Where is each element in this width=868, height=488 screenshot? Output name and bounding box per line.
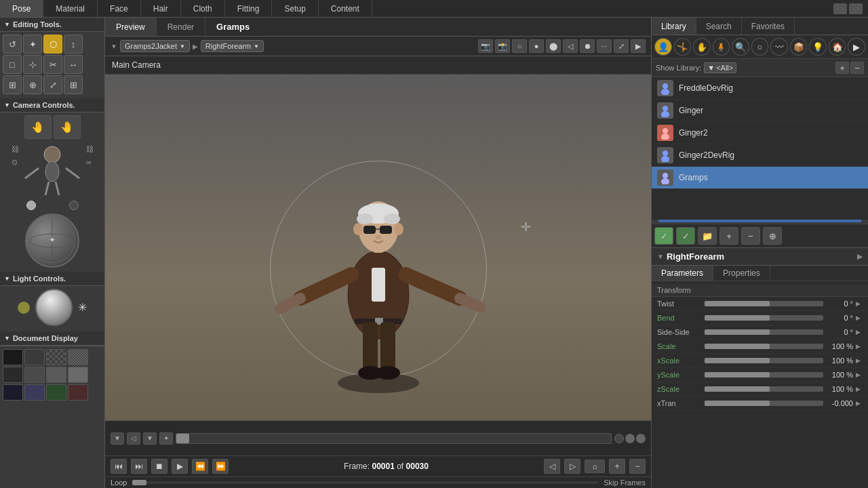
param-expand-scale[interactable]: ▶	[853, 342, 863, 351]
lib-check-btn[interactable]: ✓	[654, 227, 673, 245]
lib-icon-hand[interactable]: ✋	[693, 38, 711, 56]
tool-body[interactable]: ⊹	[23, 55, 42, 74]
lib-icon-body[interactable]: 🧍	[713, 38, 730, 56]
light-dot-warm[interactable]	[18, 302, 30, 314]
param-slider-track-bend[interactable]	[705, 315, 823, 321]
sun-icon[interactable]: ✳	[78, 301, 87, 314]
lib-item-ginger2[interactable]: Ginger2	[652, 122, 868, 144]
swatch-dark-green[interactable]	[46, 384, 66, 401]
param-slider-bend[interactable]: 0 °	[705, 314, 853, 322]
vp-icon-circle2[interactable]: ●	[529, 39, 544, 53]
swatch-medium[interactable]	[24, 367, 45, 383]
param-tab-parameters[interactable]: Parameters	[652, 266, 713, 281]
swatch-dark-gray[interactable]	[24, 349, 45, 365]
lib-folder-btn[interactable]: 📁	[698, 227, 717, 245]
light-sphere[interactable]	[35, 289, 73, 326]
pb-nav-right[interactable]: ▷	[564, 459, 580, 474]
tool-expand[interactable]: ⊞	[64, 75, 83, 94]
param-slider-xscale[interactable]: 100 %	[705, 357, 853, 365]
lib-copy-btn[interactable]: ⊕	[763, 227, 782, 245]
vp-icon-camera2[interactable]: 📸	[495, 39, 510, 53]
param-slider-track-zscale[interactable]	[705, 386, 823, 392]
swatch-blue-gray[interactable]	[24, 384, 45, 401]
pb-key-btn[interactable]: ⌂	[585, 460, 605, 473]
swatch-gray[interactable]	[3, 367, 23, 383]
lib-icon-more[interactable]: ▶	[848, 38, 865, 56]
param-slider-track-xtran[interactable]	[705, 401, 823, 406]
param-expand-btn[interactable]: ▶	[857, 252, 863, 261]
lib-icon-hair[interactable]: 〰	[770, 38, 788, 56]
lib-tab-library[interactable]: Library	[652, 18, 696, 35]
param-expand-xtran[interactable]: ▶	[853, 399, 863, 408]
param-slider-xtran[interactable]: -0.000	[705, 399, 853, 407]
swatch-checker[interactable]	[46, 349, 66, 365]
swatch-dark-red[interactable]	[68, 384, 88, 401]
tool-grid[interactable]: ⊞	[3, 75, 22, 94]
lib-icon-ring[interactable]: ○	[751, 38, 769, 56]
vp-icon-camera[interactable]: 📷	[478, 39, 493, 53]
lib-icon-prop[interactable]: 📦	[790, 38, 808, 56]
camera-dot-left[interactable]	[26, 201, 36, 210]
timeline-scrubber[interactable]	[132, 481, 598, 484]
pb-plus[interactable]: +	[609, 459, 625, 474]
swatch-dark-blue[interactable]	[3, 384, 23, 401]
lib-add-item-btn[interactable]: +	[719, 227, 738, 245]
window-minimize[interactable]	[833, 3, 847, 14]
pb-minus[interactable]: −	[629, 459, 646, 474]
tab-fitting[interactable]: Fitting	[225, 0, 273, 17]
param-expand-twist[interactable]: ▶	[853, 299, 863, 308]
param-expand-xscale[interactable]: ▶	[853, 356, 863, 365]
timeline-btn-left[interactable]: ◁	[127, 432, 140, 445]
param-slider-track-sideside[interactable]	[705, 329, 823, 335]
vp-icon-circle1[interactable]: ○	[512, 39, 527, 53]
timeline-dot3[interactable]	[636, 434, 646, 443]
param-slider-track-scale[interactable]	[705, 344, 823, 349]
lib-item-ginger2devrig[interactable]: Ginger2DevRig	[652, 144, 868, 167]
tab-material[interactable]: Material	[43, 0, 98, 17]
tab-content[interactable]: Content	[319, 0, 372, 17]
tab-face[interactable]: Face	[98, 0, 141, 17]
param-expand-bend[interactable]: ▶	[853, 313, 863, 323]
loop-button[interactable]: Loop	[111, 479, 127, 487]
lib-item-freddle[interactable]: FreddleDevRig	[652, 77, 868, 100]
tab-hair[interactable]: Hair	[141, 0, 181, 17]
rotation-sphere[interactable]: ✦	[25, 214, 79, 268]
tab-cloth[interactable]: Cloth	[181, 0, 225, 17]
lib-item-gramps[interactable]: Gramps	[652, 167, 868, 189]
vp-tab-render[interactable]: Render	[157, 18, 205, 36]
param-slider-track-twist[interactable]	[705, 301, 823, 306]
tool-marquee[interactable]: □	[3, 55, 22, 74]
vp-icon-arrow-left[interactable]: ◁	[563, 39, 578, 53]
tool-arrows[interactable]: ↔	[64, 55, 83, 74]
swatch-black[interactable]	[3, 349, 23, 365]
lib-remove-btn[interactable]: −	[850, 62, 864, 74]
tool-move[interactable]: ↕	[64, 35, 83, 54]
lib-icon-light[interactable]: 💡	[809, 38, 827, 56]
vp-dropdown-arrow2[interactable]: ▶	[193, 43, 198, 50]
vp-dropdown-jacket[interactable]: Gramps2Jacket ▼	[120, 40, 190, 52]
pb-nav-left[interactable]: ◁	[544, 459, 560, 474]
lib-icon-lens[interactable]: 🔍	[732, 38, 749, 56]
vp-tab-preview[interactable]: Preview	[105, 18, 157, 36]
lib-tab-search[interactable]: Search	[696, 18, 742, 35]
swatch-fine-checker[interactable]	[68, 349, 88, 365]
vp-icon-dots[interactable]: ···	[597, 39, 612, 53]
vp-dropdown-bone[interactable]: RightForearm ▼	[201, 40, 264, 52]
vp-icon-arrow-right[interactable]: ▶	[631, 39, 646, 53]
lib-remove-item-btn[interactable]: −	[741, 227, 760, 245]
lib-item-ginger[interactable]: Ginger	[652, 100, 868, 122]
vp-icon-expand[interactable]: ⤢	[614, 39, 629, 53]
lib-icon-scene[interactable]: 🏠	[829, 38, 846, 56]
param-slider-track-xscale[interactable]	[705, 358, 823, 363]
param-slider-scale[interactable]: 100 %	[705, 342, 853, 350]
param-expand-zscale[interactable]: ▶	[853, 384, 863, 394]
timeline-btn-down[interactable]: ▼	[111, 432, 124, 445]
swatch-lighter[interactable]	[68, 367, 88, 383]
pb-next[interactable]: ⏩	[212, 459, 229, 474]
tool-undo[interactable]: ↺	[3, 35, 22, 54]
swatch-light-gray[interactable]	[46, 367, 66, 383]
tab-pose[interactable]: Pose	[0, 0, 43, 17]
pb-skip-start[interactable]: ⏮	[111, 459, 127, 474]
vp-dropdown-arrow1[interactable]: ▼	[111, 43, 117, 50]
lib-check2-btn[interactable]: ✓	[676, 227, 695, 245]
